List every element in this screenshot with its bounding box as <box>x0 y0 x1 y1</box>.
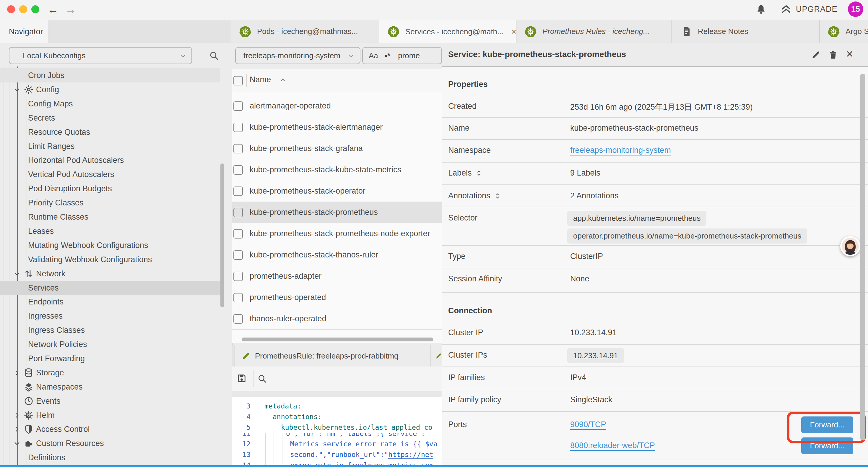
sidebar-group-helm[interactable]: Helm <box>0 408 220 422</box>
sidebar-group-storage[interactable]: Storage <box>0 366 220 380</box>
sidebar-group-access-control[interactable]: Access Control <box>0 422 220 436</box>
tab-services[interactable]: Services - icecheng@math... × <box>379 20 516 43</box>
table-row[interactable]: kube-prometheus-stack-kube-state-metrics <box>232 159 442 181</box>
row-checkbox[interactable] <box>234 229 243 238</box>
row-checkbox[interactable] <box>234 144 243 153</box>
port-link-9090[interactable]: 9090/TCP <box>570 420 606 430</box>
chevron-down-icon[interactable] <box>13 270 21 278</box>
sidebar-item-events[interactable]: Events <box>0 394 220 408</box>
sidebar-item-network-policies[interactable]: Network Policies <box>0 337 220 351</box>
sidebar-item-ingresses[interactable]: Ingresses <box>0 309 220 323</box>
chevron-down-icon[interactable] <box>13 439 21 447</box>
sidebar-item-vertical-pod-autoscalers[interactable]: Vertical Pod Autoscalers <box>0 167 220 181</box>
row-checkbox[interactable] <box>234 101 243 111</box>
sidebar-item-horizontal-pod-autoscalers[interactable]: Horizontal Pod Autoscalers <box>0 153 220 167</box>
chevron-down-icon[interactable] <box>13 86 21 94</box>
sidebar-item-validating-webhook-configurations[interactable]: Validating Webhook Configurations <box>0 253 220 267</box>
notification-count-badge[interactable]: 15 <box>848 1 863 17</box>
save-icon[interactable] <box>236 373 247 384</box>
chevron-right-icon[interactable] <box>13 425 21 433</box>
table-row[interactable]: prometheus-adapter <box>232 265 442 287</box>
sidebar-item-mutating-webhook-configurations[interactable]: Mutating Webhook Configurations <box>0 238 220 253</box>
sidebar-item-services[interactable]: Services <box>0 281 220 295</box>
sidebar-item-endpoints[interactable]: Endpoints <box>0 295 220 309</box>
delete-trash-icon[interactable] <box>828 50 838 60</box>
row-checkbox[interactable] <box>234 186 243 196</box>
table-row[interactable]: prometheus-operated <box>232 287 442 308</box>
window-minimize-button[interactable] <box>19 5 27 13</box>
detail-scrollbar[interactable] <box>860 74 865 440</box>
sidebar-item-runtime-classes[interactable]: Runtime Classes <box>0 210 220 224</box>
sidebar-scrollbar[interactable] <box>220 164 224 308</box>
horizontal-scrollbar[interactable] <box>242 338 433 341</box>
row-checkbox[interactable] <box>234 250 243 260</box>
table-row[interactable]: alertmanager-operated <box>232 95 442 117</box>
close-panel-icon[interactable]: × <box>846 47 853 61</box>
sidebar-group-network[interactable]: Network <box>0 267 220 281</box>
upgrade-icon[interactable] <box>780 4 792 16</box>
table-row[interactable]: kube-prometheus-stack-thanos-ruler <box>232 244 442 266</box>
row-checkbox[interactable] <box>234 208 243 217</box>
table-row[interactable]: kube-prometheus-stack-grafana <box>232 138 442 159</box>
sidebar-item-ingress-classes[interactable]: Ingress Classes <box>0 323 220 337</box>
tab-prometheus-rules[interactable]: Prometheus Rules - icecheng... <box>516 20 671 42</box>
table-row[interactable]: kube-prometheus-stack-alertmanager <box>232 116 442 138</box>
row-checkbox[interactable] <box>234 293 243 302</box>
regex-toggle[interactable]: ▪* <box>385 51 390 60</box>
sidebar-item-limit-ranges[interactable]: Limit Ranges <box>0 139 220 153</box>
notification-bell-icon[interactable] <box>755 4 767 15</box>
sidebar-group-config[interactable]: Config <box>0 83 220 97</box>
match-case-toggle[interactable]: Aa <box>369 51 378 60</box>
chevron-right-icon[interactable] <box>13 411 21 419</box>
row-checkbox[interactable] <box>234 314 243 324</box>
sidebar-item-leases[interactable]: Leases <box>0 224 220 238</box>
forward-button[interactable]: → <box>65 3 76 16</box>
window-close-button[interactable] <box>7 5 15 13</box>
window-zoom-button[interactable] <box>31 5 39 13</box>
editor-tab-prometheusrule[interactable]: PrometheusRule: freeleaps-prod-rabbitmq <box>235 345 430 367</box>
annotations-value[interactable]: 2 Annotations <box>570 191 619 200</box>
navigator-panel-tab[interactable]: Navigator <box>0 20 48 43</box>
sidebar-item-pod-disruption-budgets[interactable]: Pod Disruption Budgets <box>0 181 220 196</box>
tab-argo[interactable]: Argo Se <box>819 20 868 42</box>
yaml-editor[interactable]: 3metadata: 4annotations: 5kubectl.kubern… <box>232 397 442 465</box>
expand-collapse-icon[interactable] <box>493 192 502 200</box>
row-checkbox[interactable] <box>234 165 243 175</box>
table-row[interactable]: kube-prometheus-stack-prometheus-node-ex… <box>232 223 442 244</box>
labels-value[interactable]: 9 Labels <box>570 169 600 178</box>
sidebar-item-definitions[interactable]: Definitions <box>0 450 220 465</box>
select-all-checkbox[interactable] <box>234 76 243 85</box>
tab-pods[interactable]: Pods - icecheng@mathmas... <box>231 20 379 42</box>
sidebar-group-custom-resources[interactable]: Custom Resources <box>0 436 220 450</box>
namespace-link[interactable]: freeleaps-monitoring-system <box>570 146 671 155</box>
kubeconfig-selector[interactable]: Local Kubeconfigs <box>9 47 192 64</box>
upgrade-button[interactable]: UPGRADE <box>796 5 838 14</box>
editor-tab-partial[interactable] <box>431 345 443 367</box>
row-checkbox[interactable] <box>234 272 243 281</box>
namespace-filter-dropdown[interactable]: freeleaps-monitoring-system <box>235 47 361 64</box>
table-row[interactable]: kube-prometheus-stack-operator <box>232 180 442 202</box>
sidebar-item-priority-classes[interactable]: Priority Classes <box>0 196 220 210</box>
tab-release-notes[interactable]: Release Notes <box>672 20 819 42</box>
sidebar-item-namespaces[interactable]: Namespaces <box>0 380 220 394</box>
sort-ascending-icon[interactable] <box>279 76 286 84</box>
sidebar-item-cron-jobs[interactable]: Cron Jobs <box>0 68 220 83</box>
table-row-selected[interactable]: kube-prometheus-stack-prometheus <box>232 202 442 223</box>
list-search-input[interactable]: Aa ▪* prome <box>362 47 442 64</box>
chevron-right-icon[interactable] <box>13 369 21 377</box>
expand-collapse-icon[interactable] <box>475 169 483 177</box>
sidebar-item-resource-quotas[interactable]: Resource Quotas <box>0 125 220 139</box>
row-checkbox[interactable] <box>234 123 243 132</box>
name-column-header[interactable]: Name <box>250 75 271 84</box>
close-tab-icon[interactable]: × <box>512 27 516 37</box>
edit-pencil-icon[interactable] <box>811 50 821 60</box>
sidebar-item-config-maps[interactable]: Config Maps <box>0 97 220 111</box>
avatar[interactable] <box>840 236 860 256</box>
navigator-search-icon[interactable] <box>209 50 219 61</box>
editor-search-icon[interactable] <box>257 374 267 384</box>
table-row[interactable]: thanos-ruler-operated <box>232 308 442 329</box>
back-button[interactable]: ← <box>47 3 59 16</box>
code-link[interactable]: https://net <box>388 451 433 459</box>
sidebar-item-port-forwarding[interactable]: Port Forwarding <box>0 351 220 366</box>
sidebar-item-secrets[interactable]: Secrets <box>0 111 220 125</box>
